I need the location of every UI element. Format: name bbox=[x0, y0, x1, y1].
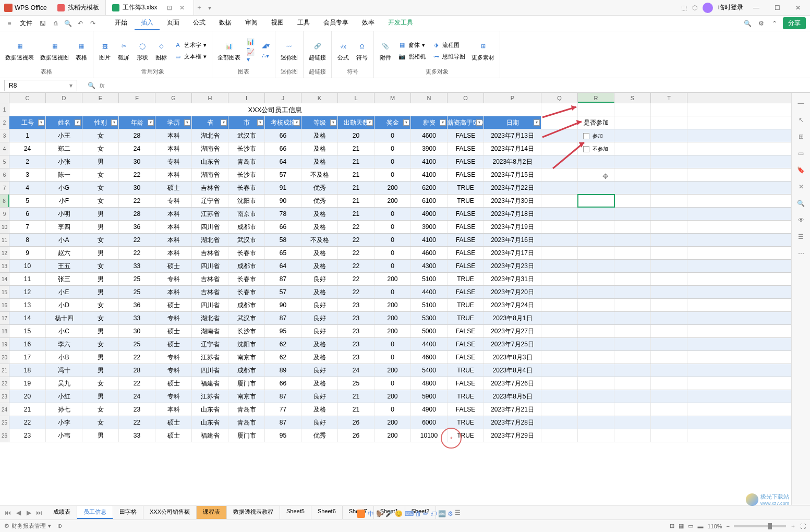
cell[interactable]: 2023年7月19日 bbox=[484, 221, 541, 233]
cell[interactable]: 8 bbox=[9, 234, 46, 246]
cell[interactable]: 62 bbox=[265, 338, 301, 350]
sheet-tab[interactable]: 田字格 bbox=[113, 506, 143, 519]
tab-menu-icon[interactable]: ⊡ bbox=[164, 3, 175, 13]
shapes-button[interactable]: ◯形状 bbox=[136, 40, 149, 62]
cell[interactable]: 21 bbox=[338, 168, 374, 181]
column-header[interactable]: N bbox=[411, 93, 448, 103]
cell[interactable]: 22 bbox=[119, 247, 155, 259]
cell[interactable]: 28 bbox=[119, 208, 155, 220]
cell[interactable]: 长沙市 bbox=[228, 142, 265, 155]
all-charts-button[interactable]: 📊全部图表 bbox=[217, 40, 240, 62]
cell[interactable] bbox=[578, 416, 614, 429]
row-header[interactable]: 11 bbox=[0, 234, 9, 246]
cell[interactable]: 5 bbox=[9, 195, 46, 207]
row-header[interactable]: 18 bbox=[0, 325, 9, 337]
filter-dropdown-icon[interactable]: ▾ bbox=[476, 119, 482, 126]
preview-icon[interactable]: 🔍 bbox=[63, 18, 73, 29]
cell[interactable] bbox=[541, 129, 578, 142]
cell[interactable]: 年龄▾ bbox=[119, 116, 155, 129]
cell[interactable]: 6000 bbox=[411, 416, 448, 429]
cell[interactable]: 2 bbox=[9, 155, 46, 168]
cell[interactable]: 0 bbox=[374, 403, 411, 416]
cell[interactable]: 66 bbox=[265, 142, 301, 155]
cell[interactable] bbox=[578, 390, 614, 403]
search-panel-icon[interactable]: 🔍 bbox=[796, 198, 806, 209]
cell[interactable] bbox=[614, 273, 651, 285]
cell[interactable]: 小李 bbox=[46, 416, 82, 429]
cell[interactable]: 87 bbox=[265, 273, 301, 285]
cell[interactable]: 22 bbox=[338, 286, 374, 298]
status-left-text[interactable]: 财务报表管理 bbox=[11, 522, 46, 530]
cell[interactable]: 200 bbox=[374, 299, 411, 311]
cell[interactable]: 女 bbox=[82, 299, 119, 311]
cell[interactable]: 17 bbox=[9, 351, 46, 364]
cell[interactable]: 硕士 bbox=[155, 338, 192, 350]
cell[interactable]: 12 bbox=[9, 286, 46, 298]
cell[interactable]: 22 bbox=[119, 195, 155, 207]
doc-tab[interactable]: 工作簿3.xlsx⊡✕ bbox=[106, 0, 195, 15]
cell[interactable]: 专科 bbox=[155, 390, 192, 403]
cell[interactable] bbox=[651, 338, 687, 350]
cell[interactable]: 4800 bbox=[411, 377, 448, 390]
more-icon[interactable]: ⋯ bbox=[796, 248, 806, 259]
cell[interactable]: 0 bbox=[374, 260, 411, 272]
cell[interactable]: 长沙市 bbox=[228, 325, 265, 337]
cell[interactable] bbox=[541, 142, 578, 155]
cell[interactable] bbox=[541, 116, 578, 129]
camera-button[interactable]: 📷照相机 bbox=[398, 51, 426, 62]
cell[interactable]: 专科 bbox=[155, 195, 192, 207]
cell[interactable]: 21 bbox=[338, 155, 374, 168]
cell[interactable]: 2023年8月4日 bbox=[484, 364, 541, 377]
cell[interactable]: 男 bbox=[82, 273, 119, 285]
cell[interactable]: 及格 bbox=[301, 247, 338, 259]
row-header[interactable]: 1 bbox=[0, 103, 9, 116]
hyperlink-button[interactable]: 🔗超链接 bbox=[309, 40, 326, 62]
cell[interactable]: 福建省 bbox=[192, 429, 228, 442]
cell[interactable]: 21 bbox=[9, 403, 46, 416]
cell[interactable]: TRUE bbox=[448, 390, 484, 403]
cell[interactable]: 21 bbox=[338, 403, 374, 416]
cell[interactable]: 良好 bbox=[301, 312, 338, 324]
spreadsheet-grid[interactable]: CDEFGHIJKLMNOPQRST 1XXX公司员工信息2工号▾姓名▾性别▾年… bbox=[0, 93, 791, 505]
cell[interactable]: 本科 bbox=[155, 286, 192, 298]
row-header[interactable]: 13 bbox=[0, 260, 9, 272]
cell[interactable] bbox=[541, 195, 578, 207]
cell[interactable]: 5100 bbox=[411, 273, 448, 285]
cell[interactable]: 性别▾ bbox=[82, 116, 119, 129]
cell[interactable]: 5400 bbox=[411, 364, 448, 377]
cell[interactable]: 2023年7月28日 bbox=[484, 416, 541, 429]
cell[interactable]: 本科 bbox=[155, 221, 192, 233]
cell[interactable]: 95 bbox=[265, 325, 301, 337]
cell[interactable]: 200 bbox=[374, 195, 411, 207]
cell[interactable]: 专科 bbox=[155, 155, 192, 168]
row-header[interactable]: 16 bbox=[0, 299, 9, 311]
cell[interactable]: 4600 bbox=[411, 129, 448, 142]
cell[interactable]: 湖北省 bbox=[192, 234, 228, 246]
select-all-corner[interactable] bbox=[0, 93, 9, 103]
cell[interactable] bbox=[578, 195, 614, 207]
cell[interactable]: 湖南省 bbox=[192, 168, 228, 181]
title-cell[interactable]: XXX公司员工信息 bbox=[9, 103, 541, 116]
cell[interactable] bbox=[651, 182, 687, 194]
cell[interactable]: 22 bbox=[119, 168, 155, 181]
cell[interactable]: 26 bbox=[338, 429, 374, 442]
cell[interactable]: 厦门市 bbox=[228, 377, 265, 390]
maximize-button[interactable]: ☐ bbox=[769, 0, 785, 16]
cell[interactable]: 女 bbox=[82, 403, 119, 416]
cell[interactable]: 硕士 bbox=[155, 260, 192, 272]
view-mode-icon[interactable]: ⊞ bbox=[670, 523, 674, 529]
cell[interactable]: 33 bbox=[119, 429, 155, 442]
cell[interactable]: 硕士 bbox=[155, 325, 192, 337]
cell[interactable]: 青岛市 bbox=[228, 403, 265, 416]
cell[interactable] bbox=[614, 377, 651, 390]
cell[interactable]: 9 bbox=[9, 247, 46, 259]
cell[interactable]: 小E bbox=[46, 286, 82, 298]
cell[interactable]: FALSE bbox=[448, 325, 484, 337]
cancel-formula-icon[interactable]: 🔍 bbox=[88, 82, 95, 89]
column-header[interactable]: L bbox=[338, 93, 374, 103]
cell[interactable]: 四川省 bbox=[192, 260, 228, 272]
filter-dropdown-icon[interactable]: ▾ bbox=[534, 119, 540, 126]
row-header[interactable]: 3 bbox=[0, 129, 9, 142]
cell[interactable] bbox=[651, 429, 687, 442]
cell[interactable]: 专科 bbox=[155, 312, 192, 324]
